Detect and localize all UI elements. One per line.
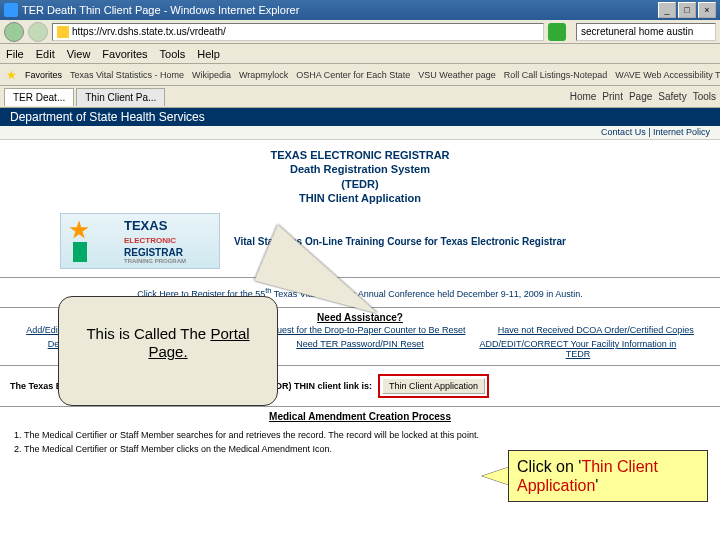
search-input[interactable]: [576, 23, 716, 41]
thin-client-button[interactable]: Thin Client Application: [382, 378, 485, 394]
tab-bar: TER Deat... Thin Client Pa... Home Print…: [0, 86, 720, 108]
link-dcoa[interactable]: Have not Received DCOA Order/Certified C…: [498, 325, 694, 335]
fav-item[interactable]: Wikipedia: [192, 70, 231, 80]
callout-thin-client: Click on 'Thin Client Application': [508, 450, 708, 502]
address-bar[interactable]: https://vrv.dshs.state.tx.us/vrdeath/: [52, 23, 544, 41]
back-button[interactable]: [4, 22, 24, 42]
person-icon: [73, 242, 87, 262]
url-text: https://vrv.dshs.state.tx.us/vrdeath/: [72, 26, 226, 37]
dept-links[interactable]: Contact Us | Internet Policy: [0, 126, 720, 140]
menu-help[interactable]: Help: [197, 48, 220, 60]
tab-tools: Home Print Page Safety Tools: [570, 91, 716, 102]
menu-file[interactable]: File: [6, 48, 24, 60]
star-icon: [69, 220, 89, 240]
tool-print[interactable]: Print: [602, 91, 623, 102]
ie-icon: [4, 3, 18, 17]
maximize-button[interactable]: □: [678, 2, 696, 18]
tool-home[interactable]: Home: [570, 91, 597, 102]
forward-button[interactable]: [28, 22, 48, 42]
link-pin-reset[interactable]: Need TER Password/PIN Reset: [296, 339, 423, 359]
page-content: Department of State Health Services Cont…: [0, 108, 720, 540]
menu-edit[interactable]: Edit: [36, 48, 55, 60]
menu-favorites[interactable]: Favorites: [102, 48, 147, 60]
window-title: TER Death Thin Client Page - Windows Int…: [22, 4, 658, 16]
address-toolbar: https://vrv.dshs.state.tx.us/vrdeath/: [0, 20, 720, 44]
tool-tools[interactable]: Tools: [693, 91, 716, 102]
dept-header: Department of State Health Services: [0, 108, 720, 126]
favorites-label: Favorites: [25, 70, 62, 80]
favorites-star-icon[interactable]: ★: [6, 68, 17, 82]
link-drop-to-paper[interactable]: Request for the Drop-to-Paper Counter to…: [260, 325, 465, 335]
step-item: The Medical Certifier or Staff Member se…: [14, 430, 706, 440]
fav-item[interactable]: WAVE Web Accessibility T...: [615, 70, 720, 80]
menu-view[interactable]: View: [67, 48, 91, 60]
fav-item[interactable]: VSU Weather page: [418, 70, 495, 80]
favorites-bar: ★ Favorites Texas Vital Statistics - Hom…: [0, 64, 720, 86]
go-button[interactable]: [548, 23, 566, 41]
fav-item[interactable]: Texas Vital Statistics - Home: [70, 70, 184, 80]
fav-item[interactable]: Roll Call Listings-Notepad: [504, 70, 608, 80]
callout-portal: This is Called The Portal Page.: [58, 296, 278, 406]
menu-tools[interactable]: Tools: [160, 48, 186, 60]
link-facility-info[interactable]: ADD/EDIT/CORRECT Your Facility Informati…: [468, 339, 688, 359]
close-button[interactable]: ×: [698, 2, 716, 18]
minimize-button[interactable]: _: [658, 2, 676, 18]
tool-page[interactable]: Page: [629, 91, 652, 102]
thin-client-highlight: Thin Client Application: [378, 374, 489, 398]
page-title: TEXAS ELECTRONIC REGISTRAR Death Registr…: [0, 148, 720, 205]
tool-safety[interactable]: Safety: [658, 91, 686, 102]
lock-icon: [57, 26, 69, 38]
menu-bar: File Edit View Favorites Tools Help: [0, 44, 720, 64]
tab-active[interactable]: TER Deat...: [4, 88, 74, 106]
ter-logo: TEXAS ELECTRONIC REGISTRAR TRAINING PROG…: [60, 213, 220, 269]
tab-second[interactable]: Thin Client Pa...: [76, 88, 165, 106]
section-header: Medical Amendment Creation Process: [0, 411, 720, 422]
window-titlebar: TER Death Thin Client Page - Windows Int…: [0, 0, 720, 20]
fav-item[interactable]: OSHA Center for Each State: [296, 70, 410, 80]
fav-item[interactable]: Wrapmylock: [239, 70, 288, 80]
